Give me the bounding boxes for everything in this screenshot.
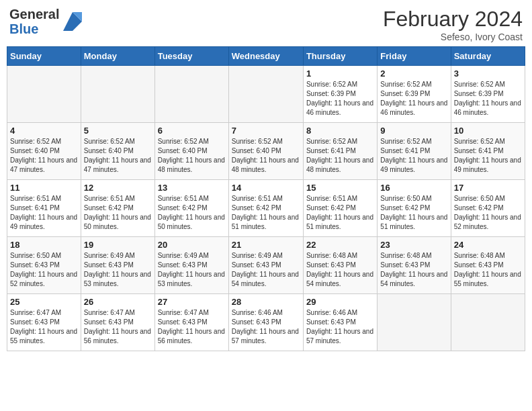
day-info: Sunrise: 6:47 AM Sunset: 6:43 PM Dayligh… (158, 308, 226, 346)
day-number: 2 (380, 68, 447, 79)
day-cell: 17Sunrise: 6:50 AM Sunset: 6:42 PM Dayli… (451, 180, 525, 237)
day-cell: 22Sunrise: 6:48 AM Sunset: 6:43 PM Dayli… (303, 237, 377, 294)
day-info: Sunrise: 6:51 AM Sunset: 6:41 PM Dayligh… (10, 194, 78, 232)
day-cell: 19Sunrise: 6:49 AM Sunset: 6:43 PM Dayli… (81, 237, 154, 294)
week-row-3: 18Sunrise: 6:50 AM Sunset: 6:43 PM Dayli… (7, 237, 525, 294)
day-cell: 3Sunrise: 6:52 AM Sunset: 6:39 PM Daylig… (451, 66, 525, 123)
day-info: Sunrise: 6:52 AM Sunset: 6:40 PM Dayligh… (10, 137, 78, 175)
day-number: 10 (454, 126, 522, 136)
day-info: Sunrise: 6:52 AM Sunset: 6:40 PM Dayligh… (232, 137, 300, 175)
calendar-header-row: SundayMondayTuesdayWednesdayThursdayFrid… (7, 47, 525, 66)
page-header: General Blue February 2024 Sefeso, Ivory… (7, 7, 525, 42)
day-info: Sunrise: 6:51 AM Sunset: 6:42 PM Dayligh… (84, 194, 152, 232)
day-number: 18 (10, 240, 78, 250)
day-number: 22 (306, 240, 374, 250)
day-info: Sunrise: 6:52 AM Sunset: 6:40 PM Dayligh… (158, 137, 226, 175)
day-info: Sunrise: 6:50 AM Sunset: 6:42 PM Dayligh… (454, 194, 522, 232)
day-info: Sunrise: 6:50 AM Sunset: 6:43 PM Dayligh… (10, 251, 78, 289)
day-info: Sunrise: 6:52 AM Sunset: 6:41 PM Dayligh… (454, 137, 522, 175)
day-info: Sunrise: 6:52 AM Sunset: 6:41 PM Dayligh… (380, 137, 447, 175)
day-cell: 18Sunrise: 6:50 AM Sunset: 6:43 PM Dayli… (7, 237, 81, 294)
day-number: 5 (84, 126, 152, 136)
day-info: Sunrise: 6:49 AM Sunset: 6:43 PM Dayligh… (232, 251, 300, 289)
day-cell (451, 294, 525, 351)
day-cell: 7Sunrise: 6:52 AM Sunset: 6:40 PM Daylig… (228, 123, 303, 180)
day-cell (154, 66, 228, 123)
header-friday: Friday (378, 47, 451, 66)
day-info: Sunrise: 6:52 AM Sunset: 6:39 PM Dayligh… (454, 80, 522, 118)
day-info: Sunrise: 6:52 AM Sunset: 6:39 PM Dayligh… (306, 80, 374, 118)
day-info: Sunrise: 6:51 AM Sunset: 6:42 PM Dayligh… (158, 194, 226, 232)
day-cell: 6Sunrise: 6:52 AM Sunset: 6:40 PM Daylig… (154, 123, 228, 180)
day-cell: 2Sunrise: 6:52 AM Sunset: 6:39 PM Daylig… (378, 66, 451, 123)
day-cell: 11Sunrise: 6:51 AM Sunset: 6:41 PM Dayli… (7, 180, 81, 237)
week-row-1: 4Sunrise: 6:52 AM Sunset: 6:40 PM Daylig… (7, 123, 525, 180)
day-cell: 4Sunrise: 6:52 AM Sunset: 6:40 PM Daylig… (7, 123, 81, 180)
day-number: 1 (306, 68, 374, 79)
week-row-2: 11Sunrise: 6:51 AM Sunset: 6:41 PM Dayli… (7, 180, 525, 237)
day-cell: 26Sunrise: 6:47 AM Sunset: 6:43 PM Dayli… (81, 294, 154, 351)
day-number: 17 (454, 183, 522, 193)
day-number: 25 (10, 297, 78, 307)
day-cell: 5Sunrise: 6:52 AM Sunset: 6:40 PM Daylig… (81, 123, 154, 180)
day-number: 27 (158, 297, 226, 307)
day-cell: 10Sunrise: 6:52 AM Sunset: 6:41 PM Dayli… (451, 123, 525, 180)
day-info: Sunrise: 6:51 AM Sunset: 6:42 PM Dayligh… (306, 194, 374, 232)
header-thursday: Thursday (303, 47, 377, 66)
day-info: Sunrise: 6:46 AM Sunset: 6:43 PM Dayligh… (232, 308, 300, 346)
day-number: 29 (306, 297, 374, 307)
day-number: 26 (84, 297, 152, 307)
header-saturday: Saturday (451, 47, 525, 66)
day-cell: 21Sunrise: 6:49 AM Sunset: 6:43 PM Dayli… (228, 237, 303, 294)
day-number: 21 (232, 240, 300, 250)
header-tuesday: Tuesday (154, 47, 228, 66)
logo-icon (63, 12, 82, 31)
day-cell: 24Sunrise: 6:48 AM Sunset: 6:43 PM Dayli… (451, 237, 525, 294)
day-cell: 27Sunrise: 6:47 AM Sunset: 6:43 PM Dayli… (154, 294, 228, 351)
day-info: Sunrise: 6:48 AM Sunset: 6:43 PM Dayligh… (454, 251, 522, 289)
day-cell: 9Sunrise: 6:52 AM Sunset: 6:41 PM Daylig… (378, 123, 451, 180)
day-cell: 28Sunrise: 6:46 AM Sunset: 6:43 PM Dayli… (228, 294, 303, 351)
day-number: 23 (380, 240, 447, 250)
day-number: 16 (380, 183, 447, 193)
logo: General Blue (9, 7, 82, 36)
day-info: Sunrise: 6:52 AM Sunset: 6:40 PM Dayligh… (84, 137, 152, 175)
subtitle: Sefeso, Ivory Coast (383, 32, 523, 42)
day-cell (228, 66, 303, 123)
day-cell: 1Sunrise: 6:52 AM Sunset: 6:39 PM Daylig… (303, 66, 377, 123)
day-cell (378, 294, 451, 351)
day-info: Sunrise: 6:51 AM Sunset: 6:42 PM Dayligh… (232, 194, 300, 232)
header-sunday: Sunday (7, 47, 81, 66)
day-cell: 15Sunrise: 6:51 AM Sunset: 6:42 PM Dayli… (303, 180, 377, 237)
day-info: Sunrise: 6:52 AM Sunset: 6:39 PM Dayligh… (380, 80, 447, 118)
logo-blue: Blue (9, 21, 59, 36)
title-block: February 2024 Sefeso, Ivory Coast (383, 7, 523, 42)
day-number: 28 (232, 297, 300, 307)
month-year: February 2024 (383, 7, 523, 32)
day-number: 15 (306, 183, 374, 193)
day-number: 9 (380, 126, 447, 136)
day-number: 19 (84, 240, 152, 250)
day-number: 13 (158, 183, 226, 193)
day-number: 11 (10, 183, 78, 193)
logo-general: General (9, 7, 59, 21)
week-row-0: 1Sunrise: 6:52 AM Sunset: 6:39 PM Daylig… (7, 66, 525, 123)
calendar-table: SundayMondayTuesdayWednesdayThursdayFrid… (7, 46, 525, 351)
day-info: Sunrise: 6:46 AM Sunset: 6:43 PM Dayligh… (306, 308, 374, 346)
header-monday: Monday (81, 47, 154, 66)
day-number: 7 (232, 126, 300, 136)
header-wednesday: Wednesday (228, 47, 303, 66)
day-number: 6 (158, 126, 226, 136)
day-number: 24 (454, 240, 522, 250)
day-info: Sunrise: 6:47 AM Sunset: 6:43 PM Dayligh… (84, 308, 152, 346)
week-row-4: 25Sunrise: 6:47 AM Sunset: 6:43 PM Dayli… (7, 294, 525, 351)
day-number: 8 (306, 126, 374, 136)
day-info: Sunrise: 6:48 AM Sunset: 6:43 PM Dayligh… (306, 251, 374, 289)
day-cell: 16Sunrise: 6:50 AM Sunset: 6:42 PM Dayli… (378, 180, 451, 237)
day-cell: 25Sunrise: 6:47 AM Sunset: 6:43 PM Dayli… (7, 294, 81, 351)
day-info: Sunrise: 6:47 AM Sunset: 6:43 PM Dayligh… (10, 308, 78, 346)
day-info: Sunrise: 6:48 AM Sunset: 6:43 PM Dayligh… (380, 251, 447, 289)
day-number: 14 (232, 183, 300, 193)
day-info: Sunrise: 6:50 AM Sunset: 6:42 PM Dayligh… (380, 194, 447, 232)
day-cell: 20Sunrise: 6:49 AM Sunset: 6:43 PM Dayli… (154, 237, 228, 294)
